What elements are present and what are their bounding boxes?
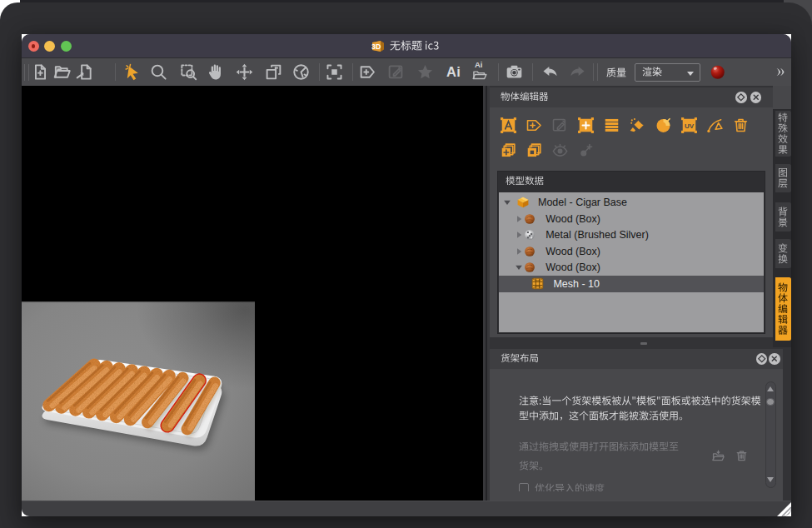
tool-import-file-button[interactable] [72,61,96,84]
object-editor-panel: UV Model - Cigar BaseWood (Box)Metal (Br… [490,87,773,337]
add-layers-icon [603,117,620,134]
object-tool-edit-button[interactable] [550,115,571,137]
undo-icon [541,62,560,82]
tree-wood-icon [524,262,536,273]
object-tool-duplicate-add-button[interactable] [498,140,520,162]
tool-ai-export-button[interactable]: Ai [469,61,492,84]
tool-add-tag-button[interactable] [356,61,379,84]
tree-row-label: Metal (Brushed Silver) [545,229,649,242]
toolbar-separator [593,63,594,81]
path-edit-icon [706,117,724,134]
object-tool-material-sphere-button[interactable] [653,115,675,137]
orbit-icon [291,62,311,82]
panel-splitter[interactable] [483,86,490,501]
annotate-icon [386,62,406,82]
window-title [390,40,441,52]
shelf-scrollbar[interactable] [765,381,776,488]
side-tab-label [778,112,789,156]
tool-pan-button[interactable] [202,61,226,84]
tree-caret-collapsed-icon[interactable] [515,215,523,223]
panel-close-button[interactable] [769,353,780,365]
model-tree-row[interactable]: Wood (Box) [499,260,764,276]
object-tools-row-1: UV [490,115,773,137]
object-tools-row-2 [490,140,773,162]
tree-caret-expanded-icon[interactable] [503,198,511,207]
titlebar[interactable]: 3D [22,34,791,57]
tool-select-button[interactable] [120,61,143,84]
model-tree-row[interactable]: Model - Cigar Base [499,195,764,212]
shelf-add-model-button[interactable] [711,449,725,463]
duplicate-front-icon [526,142,543,159]
object-tool-add-image-button[interactable] [575,115,597,137]
object-tool-pivot-button[interactable] [575,140,597,162]
tool-redo-button[interactable] [565,61,589,84]
tool-favorite-button[interactable] [413,61,436,84]
model-tree-row[interactable]: Wood (Box) [499,211,764,227]
viewport-3d[interactable] [22,86,484,501]
model-tree-row[interactable]: Mesh - 10 [499,276,764,292]
resize-grip[interactable] [777,502,791,516]
panel-detach-button[interactable] [735,92,747,103]
object-tool-add-layers-button[interactable] [601,115,623,137]
side-tab-4[interactable] [775,239,791,268]
model-tree-row[interactable]: Metal (Brushed Silver) [499,227,764,244]
tool-zoom-region-button[interactable] [177,61,200,84]
toolbar-overflow-button[interactable] [768,61,791,84]
object-tool-duplicate-front-button[interactable] [524,140,545,162]
shelf-delete-button[interactable] [735,449,749,463]
quality-label [606,58,627,87]
panel-close-button[interactable] [750,92,762,103]
side-tab-label [778,207,789,228]
side-tab-1[interactable] [775,111,791,157]
tool-open-file-button[interactable] [51,61,74,84]
tree-caret-collapsed-icon[interactable] [515,231,523,239]
tool-undo-button[interactable] [538,61,561,84]
move-icon [235,62,254,82]
tool-ai-button[interactable]: Ai [442,61,466,84]
open-file-icon [52,62,72,82]
object-tool-visibility-button[interactable] [550,140,571,162]
tool-screenshot-button[interactable] [503,61,526,84]
side-tab-2[interactable] [775,164,791,192]
checkbox-icon[interactable] [519,483,529,491]
tool-fit-view-button[interactable] [323,61,346,84]
add-tag-icon [526,117,543,134]
side-tab-3[interactable] [775,202,791,232]
tool-orbit-button[interactable] [289,61,312,84]
panel-resize-handle[interactable] [640,342,647,345]
shelf-hint-line2 [519,461,680,480]
panel-detach-button[interactable] [756,353,768,365]
record-button[interactable] [710,65,725,79]
tree-row-label: Wood (Box) [545,262,600,274]
optimize-import-checkbox-row[interactable] [519,483,605,491]
svg-text:3D: 3D [371,42,381,51]
tree-caret-collapsed-icon[interactable] [515,247,523,256]
side-tab-5[interactable] [775,277,791,341]
scrollbar-thumb[interactable] [766,398,775,406]
toolbar-separator [319,63,320,81]
right-dock: UV Model - Cigar BaseWood (Box)Metal (Br… [490,86,791,501]
object-tool-add-tag-button[interactable] [524,115,545,137]
delete-icon [732,117,750,134]
object-tool-add-text-button[interactable] [498,115,520,137]
render-quality-dropdown[interactable] [635,63,700,82]
pan-icon [205,62,224,82]
object-tool-delete-button[interactable] [730,115,752,137]
shelf-layout-header[interactable] [490,349,783,369]
tool-annotate-button[interactable] [385,61,408,84]
tree-caret-expanded-icon[interactable] [515,263,523,271]
model-tree-row[interactable]: Wood (Box) [499,243,764,260]
tool-move-button[interactable] [232,61,256,84]
optimize-import-label [535,483,605,491]
object-tool-path-edit-button[interactable] [705,115,726,137]
tool-transform-button[interactable] [262,61,285,84]
tool-zoom-button[interactable] [147,61,171,84]
tool-new-file-button[interactable] [28,61,52,84]
transform-icon [264,62,283,82]
object-editor-header[interactable] [490,87,773,107]
collapse-toolbar-icon [770,63,788,81]
object-tool-add-decal-button[interactable] [627,115,649,137]
object-tool-uv-editor-button[interactable]: UV [679,115,700,137]
shelf-note-line1 [519,396,762,411]
add-image-icon [577,117,595,134]
